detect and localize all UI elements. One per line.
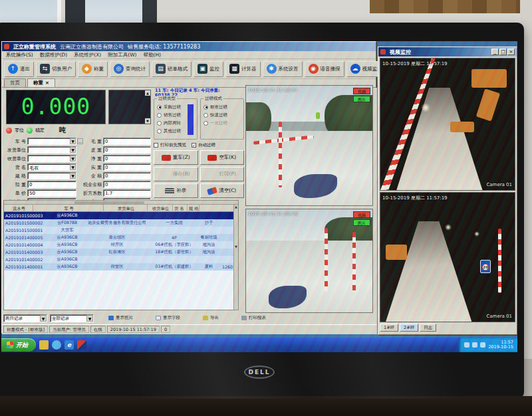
cctv-camera-2[interactable]: 20 10-15-2019 星期二 11:57:19 Camera 01 (380, 192, 515, 322)
footer-button[interactable]: 导出 (196, 314, 225, 322)
table-header-cell[interactable]: 货 名 (173, 205, 188, 212)
tray-volume-icon[interactable] (472, 342, 477, 348)
table-header-cell[interactable]: 流水号 (4, 205, 33, 212)
field-input[interactable]: 0▼… (103, 138, 151, 145)
record-range-select[interactable]: 两日记录▼ (3, 314, 47, 322)
start-button[interactable]: 开始 (1, 338, 36, 352)
field-input[interactable]: 0▼… (103, 181, 151, 188)
scale-app-quicklaunch-icon[interactable] (77, 340, 86, 350)
dropdown-arrow-icon[interactable]: ▼ (70, 156, 76, 161)
photo-mode-button[interactable]: 图片 (353, 219, 370, 226)
toolbar-button[interactable]: ◉ 语音播报 (305, 61, 344, 77)
checkbox-option[interactable]: 打印前先预览 (154, 142, 186, 148)
table-header-cell[interactable]: 车 号 (33, 205, 104, 212)
cell-plate: 大货车 (52, 227, 81, 233)
dropdown-arrow-icon[interactable]: ▼ (40, 315, 47, 322)
menu-item[interactable]: 数据维护(D) (40, 52, 68, 58)
table-row[interactable]: A2019101500002 云F08788 迪庆众聚劳务服务有限责任公司 一方… (4, 219, 233, 227)
table-row[interactable]: A2019101400005 云A936CB 青云辖区 4P 餐厨垃圾 (4, 234, 233, 241)
action-button[interactable]: 补录 (154, 183, 198, 198)
cctv-camera-1[interactable]: 10-15-2019 星期二 11:57:19 Camera 01 (380, 58, 515, 191)
record-filter-select[interactable]: 全部记录▼ (50, 314, 94, 322)
table-vscrollbar[interactable]: ▲▼ (233, 205, 238, 310)
folder-quicklaunch-icon[interactable] (39, 340, 49, 350)
video-mode-button[interactable]: 视频 (353, 211, 370, 218)
cctv-title-bar[interactable]: 视频监控 _□× (378, 47, 517, 56)
toolbar-button[interactable]: ▦ 计算器 (225, 61, 261, 77)
action-button[interactable]: 保存(B) (154, 167, 198, 181)
scroll-down-icon[interactable]: ▼ (145, 118, 150, 124)
table-row[interactable]: A2019101500001 大货车 (4, 227, 233, 234)
action-button[interactable]: 空车(K) (200, 150, 245, 165)
scroll-up-icon[interactable]: ▲ (145, 90, 150, 96)
toolbar-button[interactable]: ▤ 磅单格式 (152, 61, 192, 77)
dropdown-arrow-icon[interactable]: ▼ (70, 147, 76, 153)
ie-quicklaunch-icon[interactable]: e (65, 340, 74, 350)
table-header-cell[interactable]: 规 格 (188, 205, 200, 212)
toolbar-button[interactable]: ◎ 查询统计 (110, 61, 150, 77)
toolbar-button[interactable]: ⇆ 切换用户 (36, 61, 76, 77)
status-bar: 称重模式 - [标准版] 当前用户: 管理员 在线 2019-10-15 11:… (2, 324, 377, 334)
table-row[interactable]: A2019101400002 云A936CB (4, 256, 233, 263)
toolbar-button[interactable]: ◆ 称重 (78, 61, 108, 77)
field-input[interactable]: 0▼… (103, 146, 151, 154)
photo-mode-button[interactable]: 图片 (353, 96, 370, 102)
table-row[interactable]: A2019101400003 云A936CB 红谷滩区 18#挖机（廖登辉） 地… (4, 249, 233, 256)
table-header-cell[interactable]: 收货单位 (148, 205, 173, 212)
field-input[interactable]: 毛石▼… (27, 163, 76, 171)
lane-camera-2[interactable]: 2019-10-15 11:56:26 视频 图片 (245, 209, 373, 313)
field-input[interactable]: 0▼… (27, 181, 76, 188)
field-input[interactable]: 1.7▼… (103, 189, 151, 197)
tab[interactable]: 称重 × (27, 78, 55, 87)
field-input[interactable]: ▼… (27, 172, 76, 179)
field-input[interactable]: 50▼… (27, 189, 76, 197)
dropdown-arrow-icon[interactable]: ▼ (86, 315, 93, 322)
radio-option[interactable]: 一次过磅 (201, 119, 243, 127)
desk-surface (0, 396, 532, 416)
dropdown-arrow-icon[interactable]: ▼ (70, 138, 76, 144)
menu-item[interactable]: 系统操作(S) (6, 52, 33, 58)
scrollbar-thumb[interactable] (74, 201, 145, 204)
checkbox-option[interactable]: 自动过磅 (192, 142, 215, 148)
field-label: 收货单位 (3, 156, 27, 162)
radio-option[interactable]: 快速过磅 (201, 111, 243, 119)
dropdown-arrow-icon[interactable]: ▼ (70, 173, 76, 179)
tray-network-icon[interactable] (464, 342, 469, 348)
taskbar-clock[interactable]: 11:57 2019-10-15 (488, 340, 513, 350)
menu-item[interactable]: 系统维护(X) (74, 52, 101, 58)
menu-item[interactable]: 帮助(H) (144, 52, 162, 58)
table-row[interactable]: A2019101400004 云A936CB 经开区 06#挖机（李应辉） 地沟… (4, 241, 233, 249)
toolbar-button[interactable]: ↑ 退出 (4, 61, 34, 77)
action-button[interactable]: 打印(P) (200, 167, 245, 181)
field-input[interactable]: 0▼… (103, 172, 151, 179)
channel-button[interactable]: 2#秤 (400, 324, 418, 332)
footer-button[interactable]: 显示照片 (102, 314, 140, 322)
field-input[interactable]: 0▼… (103, 163, 151, 171)
channel-button[interactable]: 1#秤 (380, 324, 398, 332)
toolbar-button[interactable]: ✱ 系统设置 (263, 61, 303, 77)
app-title-bar[interactable]: 正立称重管理系统 云南正立衡器制造有限公司 销售服务电话: 1357711928… (2, 42, 376, 51)
action-button[interactable]: 清空(C) (200, 183, 245, 198)
field-input[interactable]: ▼… (27, 146, 76, 154)
radio-option[interactable]: 标准过磅 (201, 103, 243, 111)
lane-camera-1[interactable]: 2019-10-15 11:56:57 视频 图片 (245, 85, 373, 206)
messenger-quicklaunch-icon[interactable] (52, 340, 61, 350)
menu-item[interactable]: 附加工具(W) (108, 52, 136, 58)
table-header-cell[interactable]: 发货单位 (104, 205, 148, 212)
tray-antivirus-icon[interactable] (480, 342, 485, 348)
footer-button[interactable]: 打印报表 (235, 314, 273, 322)
table-row[interactable]: A2019101400001 云A936CB 得堂区 03#挖机（廖建辉） 废料… (4, 263, 233, 270)
footer-button[interactable]: 显示字段 (149, 314, 187, 322)
field-input[interactable]: 0▼… (103, 155, 151, 162)
field-input[interactable]: ▼… (27, 155, 76, 162)
video-mode-button[interactable]: 视频 (353, 88, 370, 94)
excavator (450, 122, 474, 132)
field-input[interactable]: ▼… (27, 138, 76, 145)
tab-close-icon[interactable]: × (45, 80, 49, 86)
dropdown-arrow-icon[interactable]: ▼ (70, 164, 76, 170)
channel-button[interactable]: 日志 (420, 324, 436, 332)
toolbar-button[interactable]: ▣ 监控 (194, 61, 223, 77)
action-button[interactable]: 重车(Z) (154, 150, 198, 165)
tab[interactable]: 首页 (4, 78, 26, 87)
table-row[interactable]: A2019101500003 云A936CB (4, 212, 233, 219)
